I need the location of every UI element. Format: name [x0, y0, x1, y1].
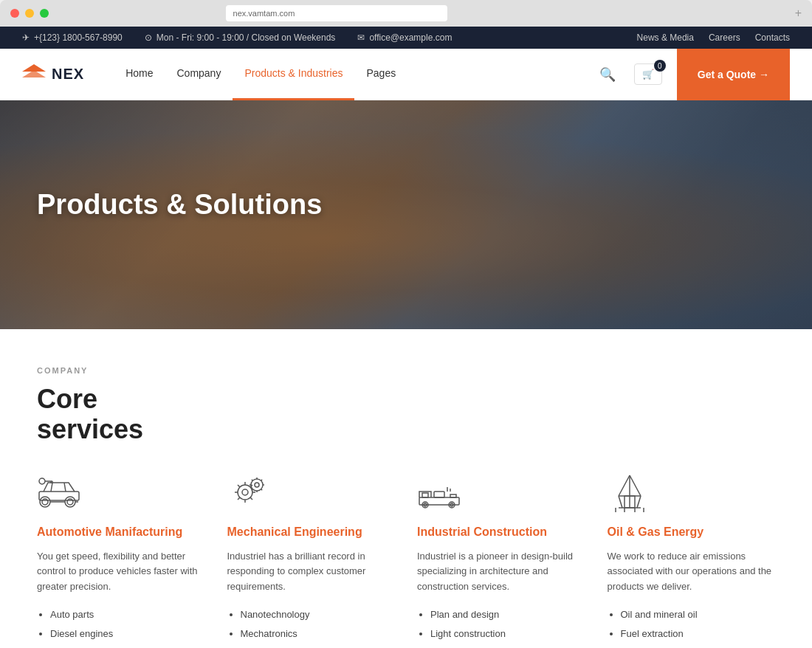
- automotive-desc: You get speed, flexibility and better co…: [37, 549, 205, 595]
- news-media-link[interactable]: News & Media: [637, 32, 694, 43]
- email-text: office@example.com: [369, 32, 452, 43]
- logo-chevron-bottom: [22, 70, 46, 77]
- industrial-list: Plan and design Light construction Heavy…: [417, 605, 585, 648]
- svg-line-26: [630, 475, 641, 496]
- logo-icon: [22, 64, 46, 85]
- logo[interactable]: NEX: [22, 64, 84, 85]
- top-bar: ✈ +{123} 1800-567-8990 ⊙ Mon - Fri: 9:00…: [0, 27, 812, 49]
- list-item: Car Body parts: [50, 644, 205, 648]
- oil-gas-list: Oil and mineral oil Fuel extraction Rene…: [608, 605, 776, 648]
- hours-text: Mon - Fri: 9:00 - 19:00 / Closed on Week…: [156, 32, 336, 43]
- svg-point-5: [39, 478, 45, 484]
- hero-section: Products & Solutions: [0, 100, 812, 329]
- top-bar-right-links: News & Media Careers Contacts: [637, 32, 790, 43]
- hero-content: Products & Solutions: [0, 100, 812, 250]
- mechanical-icon: [227, 475, 272, 511]
- mechanical-list: Nanotechnology Mechatronics Composites M…: [227, 605, 396, 648]
- logo-text: NEX: [52, 66, 84, 83]
- svg-point-12: [255, 483, 259, 487]
- url-text: nex.vamtam.com: [233, 9, 295, 18]
- cart-badge: 0: [654, 60, 666, 72]
- svg-point-3: [42, 499, 48, 505]
- hero-title: Products & Solutions: [37, 189, 775, 221]
- window-add-tab[interactable]: +: [795, 7, 802, 20]
- cart-button[interactable]: 🛒 0: [634, 63, 662, 85]
- search-button[interactable]: 🔍: [596, 63, 619, 86]
- service-card-oil-gas: Oil & Gas Energy We work to reduce air e…: [608, 475, 776, 648]
- svg-line-28: [619, 496, 622, 508]
- mechanical-desc: Industriel has a brilliant record in res…: [227, 549, 396, 595]
- automotive-icon: [37, 475, 81, 511]
- list-item: Auto parts: [50, 605, 205, 624]
- oil-gas-title: Oil & Gas Energy: [608, 525, 776, 540]
- phone-icon: ✈: [22, 32, 30, 43]
- section-title-line1: Core: [37, 384, 97, 414]
- svg-rect-15: [434, 492, 444, 497]
- list-item: Fuel extraction: [621, 624, 776, 644]
- svg-point-11: [251, 479, 263, 491]
- svg-rect-16: [450, 494, 456, 497]
- svg-line-25: [619, 475, 630, 496]
- svg-point-10: [242, 489, 248, 495]
- service-card-automotive: Automotive Manifacturing You get speed, …: [37, 475, 205, 648]
- list-item: Light construction: [430, 624, 585, 644]
- phone-item: ✈ +{123} 1800-567-8990: [22, 32, 123, 43]
- list-item: Nanotechnology: [241, 605, 396, 624]
- nav-products-industries[interactable]: Products & Industries: [233, 49, 354, 100]
- clock-icon: ⊙: [145, 32, 152, 43]
- hours-item: ⊙ Mon - Fri: 9:00 - 19:00 / Closed on We…: [145, 32, 336, 43]
- svg-point-1: [65, 497, 75, 507]
- nav-home[interactable]: Home: [114, 49, 165, 100]
- services-section: COMPANY Core services: [0, 329, 812, 648]
- automotive-list: Auto parts Diesel engines Car Body parts…: [37, 605, 205, 648]
- section-label: COMPANY: [37, 366, 775, 375]
- svg-rect-14: [422, 493, 428, 497]
- main-nav: NEX Home Company Products & Industries P…: [0, 49, 812, 100]
- list-item: Diesel engines: [50, 624, 205, 644]
- industrial-title: Industrial Construction: [417, 525, 585, 540]
- phone-number: +{123} 1800-567-8990: [34, 32, 123, 43]
- nav-right: 🔍 🛒 0 Get a Quote →: [596, 49, 790, 100]
- list-item: Composites: [241, 644, 396, 648]
- services-grid: Automotive Manifacturing You get speed, …: [37, 475, 775, 648]
- svg-line-29: [637, 496, 641, 508]
- service-card-industrial: Industrial Construction Industriel is a …: [417, 475, 585, 648]
- address-bar: nex.vamtam.com: [226, 5, 447, 21]
- section-title: Core services: [37, 384, 775, 445]
- email-icon: ✉: [357, 32, 365, 43]
- list-item: Oil and mineral oil: [621, 605, 776, 624]
- oil-gas-icon: [608, 475, 652, 511]
- close-dot[interactable]: [10, 9, 19, 18]
- cart-icon: 🛒: [642, 69, 654, 80]
- svg-point-0: [40, 497, 50, 507]
- careers-link[interactable]: Careers: [709, 32, 740, 43]
- svg-point-4: [67, 499, 73, 505]
- minimize-dot[interactable]: [25, 9, 34, 18]
- section-title-line2: services: [37, 414, 775, 444]
- list-item: Renewable energy: [621, 644, 776, 648]
- industrial-desc: Industriel is a pioneer in design-build …: [417, 549, 585, 595]
- list-item: Mechatronics: [241, 624, 396, 644]
- nav-links: Home Company Products & Industries Pages: [114, 49, 407, 100]
- email-item: ✉ office@example.com: [357, 32, 452, 43]
- get-quote-button[interactable]: Get a Quote →: [677, 49, 790, 100]
- mechanical-title: Mechanical Engineering: [227, 525, 396, 540]
- window-chrome: nex.vamtam.com +: [0, 0, 812, 27]
- nav-company[interactable]: Company: [165, 49, 233, 100]
- maximize-dot[interactable]: [40, 9, 49, 18]
- quote-label: Get a Quote →: [698, 69, 769, 80]
- nav-pages[interactable]: Pages: [354, 49, 407, 100]
- contacts-link[interactable]: Contacts: [755, 32, 790, 43]
- oil-gas-desc: We work to reduce air emissions associat…: [608, 549, 776, 595]
- automotive-title: Automotive Manifacturing: [37, 525, 205, 540]
- list-item: Plan and design: [430, 605, 585, 624]
- list-item: Heavy construction: [430, 644, 585, 648]
- service-card-mechanical: Mechanical Engineering Industriel has a …: [227, 475, 396, 648]
- industrial-icon: [417, 475, 461, 511]
